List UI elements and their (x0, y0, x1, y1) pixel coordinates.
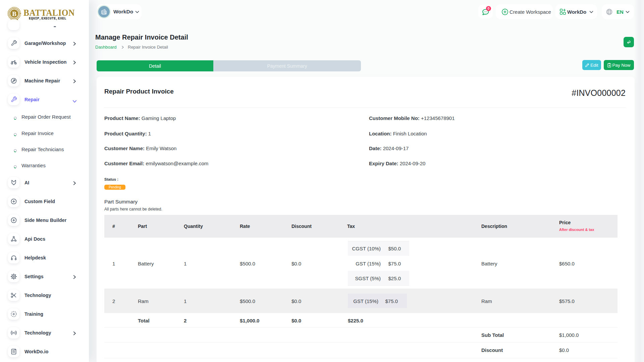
svg-text:B: B (12, 10, 16, 17)
svg-text:$: $ (609, 64, 610, 67)
